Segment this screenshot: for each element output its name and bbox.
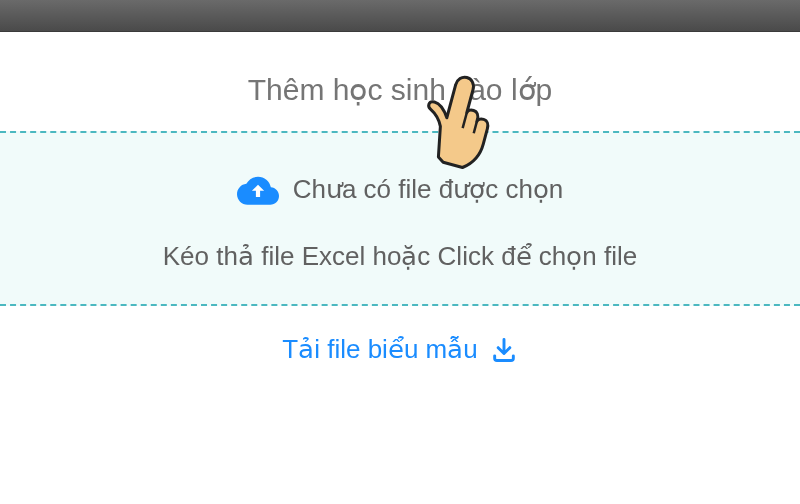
file-dropzone[interactable]: Chưa có file được chọn Kéo thả file Exce… [0, 131, 800, 306]
download-template-label: Tải file biểu mẫu [282, 334, 477, 365]
dropzone-instruction: Kéo thả file Excel hoặc Click để chọn fi… [20, 241, 780, 272]
cloud-upload-icon [237, 173, 279, 205]
pointer-hand-icon [410, 72, 500, 172]
upload-status-line: Chưa có file được chọn [20, 173, 780, 205]
dialog-content: Thêm học sinh vào lớp Chưa có file được … [0, 32, 800, 393]
download-icon [490, 336, 518, 364]
dialog-title: Thêm học sinh vào lớp [0, 72, 800, 107]
download-template-link[interactable]: Tải file biểu mẫu [0, 306, 800, 393]
backdrop-bar [0, 0, 800, 32]
file-status-text: Chưa có file được chọn [293, 174, 564, 205]
